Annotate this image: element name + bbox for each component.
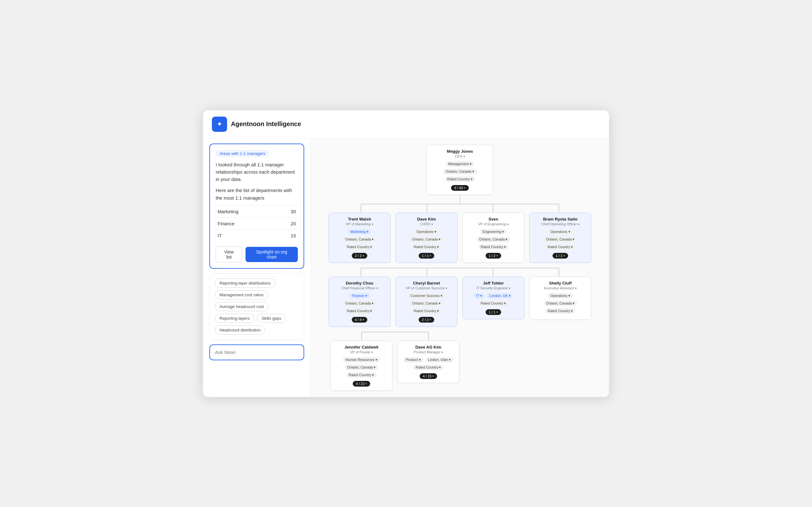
node-count: 2 / 2 ▾ bbox=[352, 253, 367, 259]
dept-count: 15 bbox=[275, 229, 298, 241]
chat-text-1: I looked through all 1:1 manager relatio… bbox=[216, 161, 298, 183]
node-tags: Finance ▾Ontario, Canada ▾Rated Country … bbox=[334, 292, 386, 314]
org-col-l2: Bram Ryota SaitoChief Operating Officer … bbox=[529, 213, 591, 263]
node-count: 4 / 15 ▾ bbox=[420, 373, 438, 379]
ask-input[interactable] bbox=[215, 349, 299, 355]
node-tag: Rated Country ▾ bbox=[545, 308, 576, 314]
node-count: 4 / 4 ▾ bbox=[352, 317, 367, 323]
suggestion-pills: Reporting layer distributionsManagement … bbox=[215, 279, 299, 335]
org-node[interactable]: Dave AG KimProduct Manager ▾Product ▾Lin… bbox=[397, 341, 459, 383]
node-tag: Operations ▾ bbox=[548, 229, 573, 234]
org-col-l3: Cheryl BarnetVP of Customer Success ▾Cus… bbox=[396, 277, 457, 327]
node-tags: Operations ▾Ontario, Canada ▾Rated Count… bbox=[400, 228, 453, 250]
node-tag: Ontario, Canada ▾ bbox=[410, 237, 444, 242]
app-logo: ✦ bbox=[212, 117, 227, 132]
node-title: VP of Marketing ▾ bbox=[334, 222, 386, 226]
node-name: Bram Ryota Saito bbox=[534, 217, 587, 222]
node-tag: Ontario, Canada ▾ bbox=[544, 237, 577, 242]
dept-name: Marketing bbox=[216, 205, 275, 217]
node-title: IT Security Engineer ▾ bbox=[467, 286, 519, 290]
node-name: Dorothy Chou bbox=[334, 281, 386, 285]
node-tags: Operations ▾Ontario, Canada ▾Rated Count… bbox=[534, 292, 587, 314]
chat-text-2: Here are the list of departments with th… bbox=[216, 187, 298, 202]
dept-name: IT bbox=[216, 229, 275, 241]
org-node[interactable]: Jennifer CaldwellVP of People ▾Human Res… bbox=[331, 341, 392, 391]
org-node[interactable]: Meggy JonesCEO ▾Management ▾Ontario, Can… bbox=[426, 145, 493, 195]
node-tags: Human Resources ▾Ontario, Canada ▾Rated … bbox=[335, 356, 388, 378]
node-name: Dave Kim bbox=[400, 217, 453, 222]
org-node[interactable]: Jeff ToblerIT Security Engineer ▾IT ▾Lon… bbox=[462, 277, 524, 319]
node-title: VP of Engineering ▾ bbox=[467, 222, 519, 226]
node-count: 2 / 2 ▾ bbox=[419, 317, 434, 323]
node-tag: Rated Country ▾ bbox=[478, 301, 509, 306]
org-node[interactable]: Dorothy ChouChief Financial Officer ▾Fin… bbox=[328, 277, 391, 327]
node-tag: Rated Country ▾ bbox=[346, 372, 377, 378]
node-title: CHRO ▾ bbox=[400, 222, 453, 226]
app-title: Agentnoon Intelligence bbox=[231, 120, 301, 128]
node-tag: Product ▾ bbox=[403, 357, 423, 362]
node-tag: Rated Country ▾ bbox=[411, 244, 442, 250]
dept-row: Marketing30 bbox=[216, 205, 298, 217]
org-node[interactable]: SvenVP of Engineering ▾Engineering ▾Onta… bbox=[462, 213, 524, 263]
org-node[interactable]: Bram Ryota SaitoChief Operating Officer … bbox=[529, 213, 591, 263]
suggestion-pill[interactable]: Headcount distribution bbox=[215, 326, 265, 335]
node-tags: Engineering ▾Ontario, Canada ▾Rated Coun… bbox=[467, 228, 519, 250]
node-tag: Ontario, Canada ▾ bbox=[477, 237, 510, 242]
dept-count: 30 bbox=[275, 205, 298, 217]
node-tag: Rated Country ▾ bbox=[478, 244, 509, 250]
node-name: Shelly Cluff bbox=[534, 281, 587, 285]
org-chart: Meggy JonesCEO ▾Management ▾Ontario, Can… bbox=[317, 145, 603, 391]
node-tag: Customer Success ▾ bbox=[408, 293, 445, 298]
org-col-l3: Dorothy ChouChief Financial Officer ▾Fin… bbox=[328, 277, 391, 327]
suggestion-pill[interactable]: Average headcount cost bbox=[215, 302, 269, 311]
node-tag: Rated Country ▾ bbox=[413, 365, 444, 370]
view-list-button[interactable]: View list bbox=[216, 246, 242, 262]
suggestion-pill[interactable]: Management cost ratios bbox=[215, 290, 268, 299]
node-count: 1 / 1 ▾ bbox=[486, 309, 501, 315]
node-tag: London, UK ▾ bbox=[487, 293, 513, 298]
dept-table: Marketing30Finance20IT15 bbox=[216, 205, 298, 241]
dept-row: IT15 bbox=[216, 229, 298, 241]
node-tag: Marketing ▾ bbox=[348, 229, 371, 234]
node-title: Product Manager ▾ bbox=[402, 350, 455, 354]
node-title: Executive Assistant ▾ bbox=[534, 286, 587, 290]
org-col-l4: Dave AG KimProduct Manager ▾Product ▾Lin… bbox=[397, 341, 459, 383]
node-title: CEO ▾ bbox=[432, 154, 489, 158]
node-tag: Rated Country ▾ bbox=[545, 244, 576, 250]
org-node[interactable]: Dave KimCHRO ▾Operations ▾Ontario, Canad… bbox=[396, 213, 457, 263]
node-count: 1 / 1 ▾ bbox=[553, 253, 568, 259]
org-col-l3: Shelly CluffExecutive Assistant ▾Operati… bbox=[529, 277, 591, 320]
node-name: Jeff Tobler bbox=[467, 281, 519, 285]
node-count: 4 / 22 ▾ bbox=[353, 381, 370, 387]
node-tag: Finance ▾ bbox=[349, 293, 369, 298]
ask-input-card[interactable] bbox=[209, 344, 304, 360]
dept-name: Finance bbox=[216, 217, 275, 229]
suggestion-pill[interactable]: Reporting layers bbox=[215, 314, 254, 323]
node-tags: Customer Success ▾Ontario, Canada ▾Rated… bbox=[400, 292, 453, 314]
org-node[interactable]: Cheryl BarnetVP of Customer Success ▾Cus… bbox=[396, 277, 457, 327]
node-tag: IT ▾ bbox=[473, 293, 485, 298]
node-tag: Ontario, Canada ▾ bbox=[343, 301, 376, 306]
suggestions-card: Reporting layer distributionsManagement … bbox=[209, 273, 304, 340]
node-title: VP of Customer Success ▾ bbox=[400, 286, 453, 290]
suggestion-pill[interactable]: Reporting layer distributions bbox=[215, 279, 275, 288]
org-node[interactable]: Shelly CluffExecutive Assistant ▾Operati… bbox=[529, 277, 591, 320]
node-tag: Management ▾ bbox=[446, 161, 474, 167]
node-tag: Rated Country ▾ bbox=[411, 308, 442, 314]
node-tags: Operations ▾Ontario, Canada ▾Rated Count… bbox=[534, 228, 587, 250]
node-tag: Operations ▾ bbox=[414, 229, 439, 234]
right-panel: Meggy JonesCEO ▾Management ▾Ontario, Can… bbox=[311, 138, 609, 397]
org-col-l2: Trent WalshVP of Marketing ▾Marketing ▾O… bbox=[328, 213, 391, 263]
org-col-l3: Jeff ToblerIT Security Engineer ▾IT ▾Lon… bbox=[462, 277, 524, 319]
btn-row: View list Spotlight on org chart bbox=[216, 246, 298, 262]
suggestion-pill[interactable]: Skills gaps bbox=[257, 314, 286, 323]
node-count: 1 / 1 ▾ bbox=[419, 253, 434, 259]
spotlight-button[interactable]: Spotlight on org chart bbox=[246, 247, 298, 262]
org-node[interactable]: Trent WalshVP of Marketing ▾Marketing ▾O… bbox=[328, 213, 391, 263]
node-tags: Product ▾Lindon, Utah ▾Rated Country ▾ bbox=[402, 356, 455, 371]
app-window: ✦ Agentnoon Intelligence Areas with 1-1 … bbox=[203, 110, 609, 397]
node-title: Chief Operating Officer ▾ bbox=[534, 222, 587, 226]
main-content: Areas with 1-1 managers I looked through… bbox=[203, 138, 609, 397]
node-tag: Rated Country ▾ bbox=[345, 244, 375, 250]
node-count: 1 / 2 ▾ bbox=[486, 253, 501, 259]
